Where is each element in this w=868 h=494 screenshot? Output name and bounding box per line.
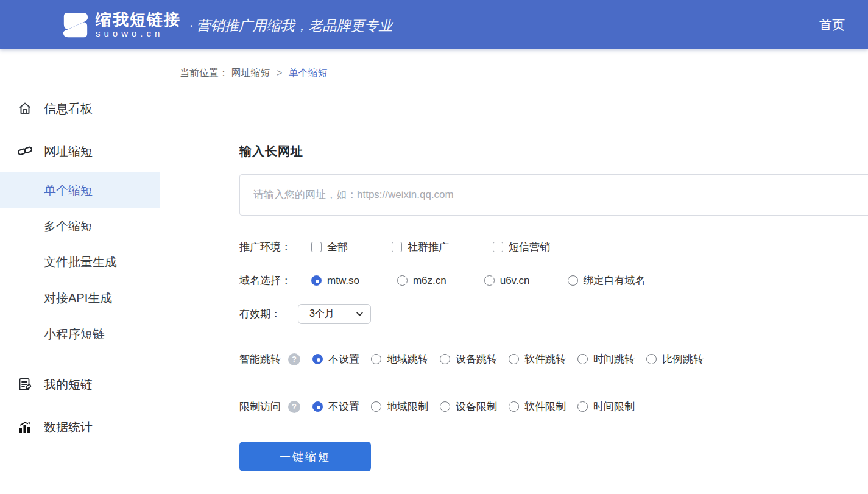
brand-domain: suowo.cn: [96, 28, 181, 39]
header-nav: 首页: [819, 0, 845, 49]
sidebar-item-label: 信息看板: [44, 101, 93, 117]
long-url-input[interactable]: [239, 174, 868, 216]
sidebar-item-api-generate[interactable]: 对接API生成: [0, 280, 160, 316]
access-limit-label: 限制访问: [239, 400, 288, 414]
checkbox-all[interactable]: 全部: [311, 240, 348, 254]
help-icon[interactable]: ?: [288, 401, 300, 413]
form-title: 输入长网址: [239, 143, 868, 160]
radio-icon: [440, 401, 450, 412]
checkbox-icon: [392, 242, 402, 252]
radio-label: 不设置: [328, 400, 359, 414]
brand-tagline: · 营销推广用缩我，老品牌更专业: [189, 16, 393, 35]
radio-jump-ratio[interactable]: 比例跳转: [646, 352, 704, 366]
domain-select-row: 域名选择： mtw.so m6z.cn u6v.cn 绑定自有域名: [239, 273, 868, 288]
radio-label: 设备跳转: [456, 352, 497, 366]
sidebar-item-dashboard[interactable]: 信息看板: [0, 87, 160, 130]
radio-domain-m6z-cn[interactable]: m6z.cn: [397, 275, 446, 287]
radio-icon: [646, 354, 657, 364]
radio-label: u6v.cn: [500, 275, 530, 287]
radio-label: 不设置: [328, 352, 359, 366]
radio-domain-mtw-so[interactable]: mtw.so: [311, 275, 359, 287]
breadcrumb-section-link[interactable]: 网址缩短: [231, 68, 270, 78]
sidebar-item-label: 网址缩短: [44, 143, 93, 160]
checkbox-label: 社群推广: [408, 240, 449, 254]
sidebar-item-label: 单个缩短: [44, 182, 93, 199]
sidebar-item-single-shorten[interactable]: 单个缩短: [0, 172, 160, 208]
nav-home-link[interactable]: 首页: [819, 16, 845, 34]
radio-limit-region[interactable]: 地域限制: [371, 400, 428, 414]
breadcrumb-current-link[interactable]: 单个缩短: [289, 68, 328, 78]
breadcrumb-separator: >: [277, 68, 282, 78]
radio-label: 设备限制: [456, 400, 497, 414]
sidebar-gap: [0, 352, 160, 363]
sidebar-item-url-shorten[interactable]: 网址缩短: [0, 130, 160, 172]
checkbox-label: 全部: [327, 240, 348, 254]
brand-name: 缩我短链接: [96, 11, 181, 28]
sidebar-item-label: 小程序短链: [44, 326, 105, 342]
radio-domain-u6v-cn[interactable]: u6v.cn: [484, 275, 530, 287]
sidebar-item-statistics[interactable]: 数据统计: [0, 406, 160, 448]
radio-icon: [509, 354, 519, 364]
validity-value: 3个月: [309, 308, 334, 320]
brand-text: 缩我短链接 suowo.cn: [96, 11, 181, 39]
radio-jump-software[interactable]: 软件跳转: [509, 352, 566, 366]
radio-label: 地域跳转: [387, 352, 428, 366]
radio-icon: [311, 275, 322, 286]
link-icon: [17, 144, 33, 158]
help-icon[interactable]: ?: [288, 353, 300, 365]
radio-label: 软件限制: [524, 400, 566, 414]
radio-limit-none[interactable]: 不设置: [312, 400, 359, 414]
radio-label: 软件跳转: [524, 352, 566, 366]
validity-label: 有效期：: [239, 307, 298, 321]
smart-jump-options: 不设置 地域跳转 设备跳转 软件跳转: [312, 352, 704, 366]
radio-jump-region[interactable]: 地域跳转: [371, 352, 428, 366]
radio-label: 时间跳转: [593, 352, 635, 366]
checkbox-sms-marketing[interactable]: 短信营销: [493, 240, 550, 254]
validity-select[interactable]: 3个月: [298, 304, 371, 324]
radio-icon: [312, 354, 323, 364]
sidebar-item-my-links[interactable]: 我的短链: [0, 363, 160, 406]
suowo-logo-icon: [61, 11, 90, 39]
promo-env-label: 推广环境：: [239, 240, 298, 254]
shorten-form: 输入长网址 推广环境： 全部 社群推广 短信营销: [239, 143, 868, 471]
radio-label: 绑定自有域名: [584, 273, 646, 288]
sidebar: 信息看板 网址缩短 单个缩短 多个缩短 文件批量生成 对接API生成 小程序短链: [0, 49, 160, 494]
bar-chart-icon: [17, 420, 33, 434]
radio-jump-none[interactable]: 不设置: [312, 352, 359, 366]
home-icon: [17, 101, 33, 116]
main-content: 当前位置： 网址缩短 > 单个缩短 输入长网址 推广环境： 全部 社群推广: [160, 49, 868, 494]
validity-row: 有效期： 3个月: [239, 304, 868, 324]
breadcrumb: 当前位置： 网址缩短 > 单个缩短: [180, 67, 868, 80]
document-edit-icon: [17, 377, 33, 392]
shorten-submit-button[interactable]: 一键缩短: [239, 442, 371, 471]
radio-limit-software[interactable]: 软件限制: [509, 400, 566, 414]
radio-icon: [371, 354, 381, 364]
radio-icon: [577, 354, 588, 364]
app-header: 缩我短链接 suowo.cn · 营销推广用缩我，老品牌更专业 首页: [0, 0, 868, 49]
sidebar-item-multi-shorten[interactable]: 多个缩短: [0, 208, 160, 244]
radio-label: 比例跳转: [662, 352, 704, 366]
sidebar-item-label: 对接API生成: [44, 290, 112, 306]
sidebar-item-label: 多个缩短: [44, 218, 93, 235]
radio-limit-time[interactable]: 时间限制: [577, 400, 635, 414]
sidebar-item-miniprogram-link[interactable]: 小程序短链: [0, 316, 160, 352]
radio-label: 地域限制: [387, 400, 428, 414]
checkbox-icon: [493, 242, 503, 252]
sidebar-item-file-batch[interactable]: 文件批量生成: [0, 244, 160, 280]
radio-icon: [509, 401, 519, 412]
radio-jump-time[interactable]: 时间跳转: [577, 352, 635, 366]
radio-jump-device[interactable]: 设备跳转: [440, 352, 497, 366]
domain-select-label: 域名选择：: [239, 273, 298, 288]
checkbox-icon: [311, 242, 322, 252]
checkbox-community-promo[interactable]: 社群推广: [392, 240, 449, 254]
checkbox-label: 短信营销: [509, 240, 550, 254]
radio-limit-device[interactable]: 设备限制: [440, 400, 497, 414]
radio-icon: [577, 401, 588, 412]
radio-domain-custom[interactable]: 绑定自有域名: [568, 273, 646, 288]
radio-label: 时间限制: [593, 400, 635, 414]
chevron-down-icon: [356, 312, 363, 316]
sidebar-item-label: 文件批量生成: [44, 254, 117, 270]
sidebar-item-label: 数据统计: [44, 419, 93, 436]
access-limit-row: 限制访问 ? 不设置 地域限制 设备限制: [239, 400, 868, 414]
brand-logo[interactable]: 缩我短链接 suowo.cn: [61, 11, 181, 39]
